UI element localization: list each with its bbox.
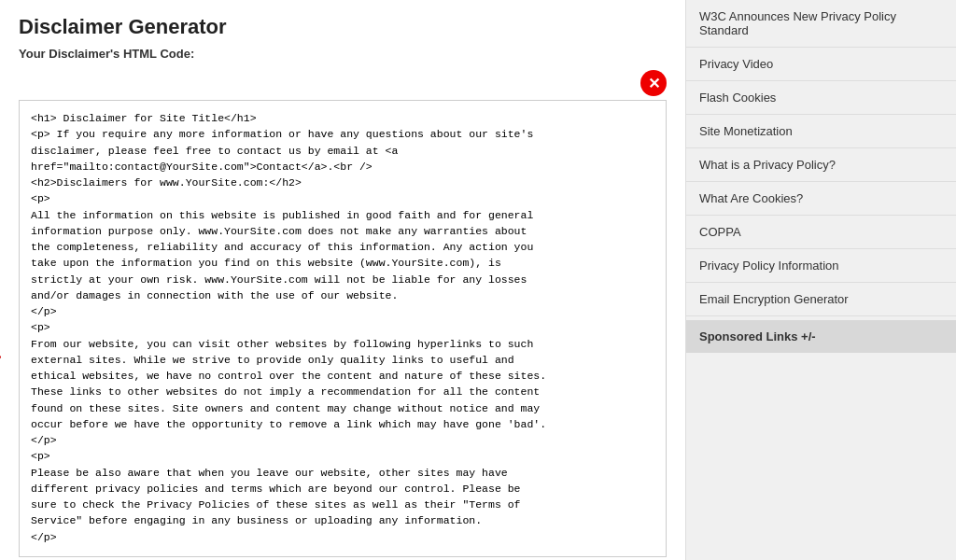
page-title: Disclaimer Generator: [19, 15, 667, 39]
main-content: Disclaimer Generator Your Disclaimer's H…: [0, 0, 685, 560]
section-label: Your Disclaimer's HTML Code:: [19, 47, 667, 61]
sidebar-nav: W3C Announces New Privacy Policy Standar…: [686, 0, 956, 316]
list-item: Email Encryption Generator: [686, 283, 956, 316]
sidebar-link-site-monetization[interactable]: Site Monetization: [686, 115, 956, 147]
code-area-wrapper: ➜ <h1> Disclaimer for Site Title</h1> <p…: [19, 100, 667, 557]
sidebar-link-w3c[interactable]: W3C Announces New Privacy Policy Standar…: [686, 0, 956, 47]
list-item: COPPA: [686, 216, 956, 249]
sidebar-link-privacy-info[interactable]: Privacy Policy Information: [686, 249, 956, 282]
close-button-container: [19, 70, 667, 96]
sidebar-link-privacy-video[interactable]: Privacy Video: [686, 48, 956, 80]
sponsored-links[interactable]: Sponsored Links +/-: [686, 320, 956, 353]
sidebar: W3C Announces New Privacy Policy Standar…: [685, 0, 956, 560]
list-item: What is a Privacy Policy?: [686, 148, 956, 182]
list-item: Site Monetization: [686, 115, 956, 148]
arrow-indicator: ➜: [0, 343, 3, 371]
list-item: Privacy Policy Information: [686, 249, 956, 283]
sidebar-link-flash-cookies[interactable]: Flash Cookies: [686, 81, 956, 114]
sidebar-link-what-is-privacy[interactable]: What is a Privacy Policy?: [686, 148, 956, 181]
list-item: Privacy Video: [686, 48, 956, 81]
list-item: W3C Announces New Privacy Policy Standar…: [686, 0, 956, 48]
sidebar-link-coppa[interactable]: COPPA: [686, 216, 956, 248]
list-item: Flash Cookies: [686, 81, 956, 115]
code-box[interactable]: <h1> Disclaimer for Site Title</h1> <p> …: [19, 100, 667, 557]
sidebar-link-email-encryption[interactable]: Email Encryption Generator: [686, 283, 956, 315]
sidebar-link-what-are-cookies[interactable]: What Are Cookies?: [686, 182, 956, 215]
close-button[interactable]: [640, 70, 667, 96]
list-item: What Are Cookies?: [686, 182, 956, 216]
